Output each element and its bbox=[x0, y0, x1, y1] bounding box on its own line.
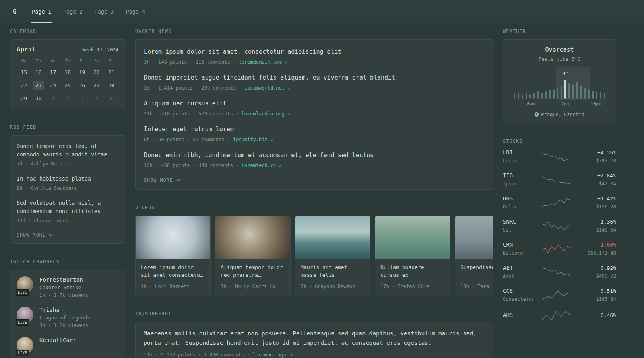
twitch-channel-name[interactable]: Trisha bbox=[39, 307, 90, 313]
video-card[interactable]: Nullam posuere cursus ex17h · Stefan Col… bbox=[375, 216, 450, 296]
video-thumbnail bbox=[375, 216, 450, 259]
calendar-day: 5 bbox=[106, 94, 116, 103]
hn-item-title[interactable]: Donec imperdiet augue tincidunt felis al… bbox=[144, 73, 484, 82]
subreddit-widget: /R/SUBREDDIT Maecenas mollis pulvinar er… bbox=[135, 311, 493, 358]
stock-row[interactable]: AHS+0.46% bbox=[503, 311, 616, 321]
twitch-channel-info: TrishaLeague of Legends3h · 1.2k viewers bbox=[39, 307, 90, 329]
twitch-card: LIVEForrestBurtonCounter-Strike1h · 1.7k… bbox=[10, 270, 125, 358]
video-thumbnail bbox=[215, 216, 290, 259]
dashboard: CALENDAR April Week 17·2024 MoTuWeThFrSa… bbox=[0, 23, 644, 358]
twitch-meta: 1h · 1.7k viewers bbox=[39, 292, 88, 299]
rss-item-title[interactable]: Donec tempor eros leo, ut commodo mauris… bbox=[17, 142, 118, 159]
hn-domain-link[interactable]: ipsumify.biz ↗ bbox=[233, 137, 273, 142]
video-card[interactable]: Lorem ipsum dolor sit amet consectetu…1h… bbox=[135, 216, 211, 296]
video-title[interactable]: Nullam posuere cursus ex bbox=[380, 263, 445, 279]
reddit-post-title[interactable]: Maecenas mollis pulvinar erat non posuer… bbox=[144, 329, 485, 348]
calendar-year: 2024 bbox=[107, 47, 118, 53]
reddit-card: Maecenas mollis pulvinar erat non posuer… bbox=[135, 322, 493, 358]
stock-row[interactable]: DBSDolor+1.42%$156.28 bbox=[503, 195, 616, 210]
sparkline-svg bbox=[542, 175, 570, 185]
tab-page-2[interactable]: Page 2 bbox=[63, 0, 83, 23]
calendar-day: 21 bbox=[106, 68, 116, 76]
twitch-channel-name[interactable]: ForrestBurton bbox=[39, 276, 88, 283]
tab-page-1[interactable]: Page 1 bbox=[32, 0, 51, 23]
calendar-day: 28 bbox=[106, 81, 116, 90]
rss-show-more-button[interactable]: SHOW MORE bbox=[17, 232, 53, 238]
hn-item-title[interactable]: Lorem ipsum dolor sit amet, consectetur … bbox=[144, 47, 484, 56]
rss-item-title[interactable]: Sed volutpat nulla nisl, a condimentum n… bbox=[17, 199, 118, 216]
hn-domain-link[interactable]: ipsumworld.net ↗ bbox=[244, 85, 290, 91]
stock-row[interactable]: SNRCSit+1.36%$148.64 bbox=[503, 218, 616, 233]
sparkline-svg bbox=[542, 152, 570, 162]
hn-item: Donec enim nibh, condimentum et accumsan… bbox=[144, 151, 484, 169]
left-column: CALENDAR April Week 17·2024 MoTuWeThFrSa… bbox=[10, 29, 125, 358]
stock-symbol: IIG bbox=[503, 172, 538, 179]
twitch-list: LIVEForrestBurtonCounter-Strike1h · 1.7k… bbox=[17, 276, 118, 354]
external-link-icon: ↗ bbox=[287, 111, 290, 117]
stock-info: CRNBitcorn bbox=[503, 241, 538, 257]
top-nav: G Page 1Page 2Page 3Page 4 bbox=[0, 0, 644, 23]
calendar-week-year: Week 17·2024 bbox=[82, 47, 118, 53]
stock-symbol: AHS bbox=[503, 312, 538, 318]
rss-item-title[interactable]: In hac habitasse platea bbox=[17, 175, 118, 183]
video-title[interactable]: Mauris sit amet massa felis bbox=[301, 263, 365, 279]
tab-page-3[interactable]: Page 3 bbox=[95, 0, 114, 23]
stock-symbol: AET bbox=[503, 265, 538, 271]
stock-info: CCSConsectetur bbox=[503, 288, 538, 303]
reddit-domain-link[interactable]: loremnet.xyz ↗ bbox=[253, 352, 293, 358]
rss-item: Sed volutpat nulla nisl, a condimentum n… bbox=[17, 199, 118, 224]
hn-item-title[interactable]: Donec enim nibh, condimentum et accumsan… bbox=[144, 151, 484, 160]
video-title[interactable]: Lorem ipsum dolor sit amet consectetu… bbox=[141, 263, 205, 279]
stock-price: $795.18 bbox=[574, 157, 616, 164]
rss-show-more-label: SHOW MORE bbox=[17, 232, 46, 238]
twitch-channel-info: KendallCarr bbox=[39, 337, 76, 354]
twitch-channel-name[interactable]: KendallCarr bbox=[39, 337, 76, 343]
video-meta: 1h · Molly Carrillo bbox=[221, 283, 285, 290]
hn-domain-link[interactable]: loremtech.co ↗ bbox=[242, 163, 282, 168]
hn-domain-link[interactable]: loremlandia.org ↗ bbox=[242, 111, 290, 117]
stock-change: +2.84% bbox=[574, 173, 616, 179]
video-title[interactable]: Suspendisse diam bbox=[460, 263, 493, 279]
weather-feels-like: Feels like 5°C bbox=[510, 56, 609, 62]
stock-info: AETAmet bbox=[503, 265, 538, 280]
hn-item-title[interactable]: Integer eget rutrum lorem bbox=[144, 125, 484, 134]
reddit-domain: loremnet.xyz bbox=[253, 352, 287, 358]
video-card[interactable]: Aliquam tempor dolor nec pharetra…1h · M… bbox=[215, 216, 291, 296]
calendar-day: 24 bbox=[48, 81, 58, 90]
video-card[interactable]: Suspendisse diam18h · Tara bbox=[455, 216, 493, 296]
tab-page-4[interactable]: Page 4 bbox=[126, 0, 145, 23]
hn-item-title[interactable]: Aliquam nec cursus elit bbox=[144, 99, 484, 108]
stock-name: Ipsum bbox=[503, 180, 538, 187]
video-title[interactable]: Aliquam tempor dolor nec pharetra… bbox=[221, 263, 285, 279]
stock-row[interactable]: LDILorem+4.35%$795.18 bbox=[503, 149, 616, 164]
stock-change: +0.92% bbox=[574, 265, 616, 271]
weather-bar bbox=[537, 91, 539, 99]
stock-row[interactable]: CCSConsectetur+0.51%$165.84 bbox=[503, 288, 616, 303]
stock-row[interactable]: IIGIpsum+2.84%$42.04 bbox=[503, 172, 616, 187]
app-logo[interactable]: G bbox=[10, 0, 23, 23]
weather-time-label: 10pm bbox=[591, 101, 601, 107]
rss-widget-title: RSS FEED bbox=[10, 125, 125, 130]
sparkline-svg bbox=[542, 198, 570, 208]
weather-condition: Overcast bbox=[510, 46, 609, 53]
weather-bar bbox=[580, 86, 582, 99]
hacker-news-widget: HACKER NEWS Lorem ipsum dolor sit amet, … bbox=[135, 29, 493, 190]
stock-info: DBSDolor bbox=[503, 195, 538, 210]
stock-row[interactable]: CRNBitcorn-1.00%$66,171.48 bbox=[503, 241, 616, 257]
rss-item-meta: 8d · Cynthia Saunders bbox=[17, 185, 118, 192]
hn-show-more-button[interactable]: SHOW MORE bbox=[144, 177, 180, 183]
hn-domain-link[interactable]: loremdomain.com ↗ bbox=[239, 59, 287, 65]
stock-row[interactable]: AETAmet+0.92%$499.72 bbox=[503, 265, 616, 280]
video-card[interactable]: Mauris sit amet massa felis7h · Grayson … bbox=[295, 216, 370, 296]
calendar-day: 16 bbox=[33, 68, 44, 76]
calendar-dow: Fr bbox=[80, 59, 85, 63]
calendar-dow: Th bbox=[65, 59, 70, 63]
weather-bar bbox=[541, 93, 543, 99]
sparkline-svg bbox=[542, 290, 570, 300]
calendar-day-selected: 23 bbox=[33, 81, 44, 90]
videos-widget: VIDEOS Lorem ipsum dolor sit amet consec… bbox=[135, 205, 493, 296]
calendar-day: 2 bbox=[62, 94, 73, 103]
weather-bar bbox=[568, 83, 570, 99]
video-thumbnail bbox=[455, 216, 493, 259]
stock-sparkline bbox=[538, 152, 574, 162]
